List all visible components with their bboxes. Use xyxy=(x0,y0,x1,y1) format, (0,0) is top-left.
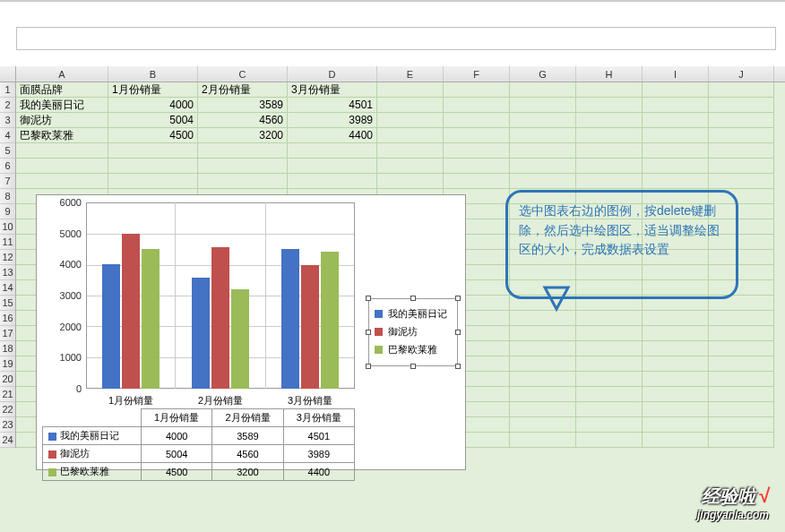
cell[interactable] xyxy=(16,143,108,159)
cell[interactable] xyxy=(198,143,288,159)
cell[interactable] xyxy=(444,159,510,174)
cell[interactable] xyxy=(709,433,774,448)
cell[interactable] xyxy=(510,387,576,402)
cell[interactable] xyxy=(576,159,643,174)
cell[interactable] xyxy=(709,82,774,98)
cell[interactable] xyxy=(377,174,444,189)
cell[interactable] xyxy=(377,82,444,98)
cell[interactable] xyxy=(377,159,444,174)
cell[interactable] xyxy=(709,387,774,402)
cell[interactable] xyxy=(108,174,198,189)
row-header[interactable]: 8 xyxy=(0,189,15,204)
cell[interactable] xyxy=(643,159,709,174)
cell[interactable] xyxy=(288,143,377,159)
cell[interactable] xyxy=(709,98,774,113)
selection-handle[interactable] xyxy=(366,364,371,369)
cell[interactable]: 御泥坊 xyxy=(16,113,108,128)
cell[interactable] xyxy=(576,372,643,387)
row-header[interactable]: 22 xyxy=(0,402,15,417)
cell[interactable] xyxy=(709,402,774,417)
bar[interactable] xyxy=(301,265,319,389)
row-header[interactable]: 24 xyxy=(0,433,15,448)
cell[interactable]: 3989 xyxy=(288,113,377,128)
row-header[interactable]: 2 xyxy=(0,98,15,113)
cell[interactable] xyxy=(643,372,709,387)
cell[interactable] xyxy=(510,417,576,433)
bar[interactable] xyxy=(231,289,249,389)
cell[interactable] xyxy=(576,402,643,417)
selection-handle[interactable] xyxy=(366,330,371,335)
row-header[interactable]: 15 xyxy=(0,296,15,311)
cell[interactable] xyxy=(510,433,576,448)
row-header[interactable]: 12 xyxy=(0,250,15,265)
select-all-corner[interactable] xyxy=(0,66,16,82)
cell[interactable] xyxy=(643,387,709,402)
cell[interactable]: 3月份销量 xyxy=(288,82,377,98)
cell[interactable] xyxy=(709,159,774,174)
cell[interactable] xyxy=(709,417,774,433)
callout-annotation[interactable]: 选中图表右边的图例，按delete键删除，然后选中绘图区，适当调整绘图区的大小，… xyxy=(505,190,749,347)
row-header[interactable]: 14 xyxy=(0,280,15,296)
cell[interactable] xyxy=(576,387,643,402)
cell[interactable] xyxy=(510,174,576,189)
bar[interactable] xyxy=(192,278,210,389)
cell[interactable] xyxy=(444,128,510,143)
col-header[interactable]: J xyxy=(709,66,774,82)
cell[interactable]: 4560 xyxy=(198,113,288,128)
legend-item[interactable]: 御泥坊 xyxy=(375,322,452,340)
cell[interactable] xyxy=(576,128,643,143)
cell[interactable]: 1月份销量 xyxy=(108,82,198,98)
cell[interactable] xyxy=(16,174,108,189)
cell[interactable] xyxy=(510,128,576,143)
row-header[interactable]: 20 xyxy=(0,372,15,387)
row-header[interactable]: 18 xyxy=(0,341,15,356)
cell[interactable] xyxy=(377,113,444,128)
col-header[interactable]: A xyxy=(16,66,108,82)
row-header[interactable]: 16 xyxy=(0,311,15,326)
row-header[interactable]: 9 xyxy=(0,204,15,219)
cell[interactable]: 巴黎欧莱雅 xyxy=(16,128,108,143)
cell[interactable] xyxy=(643,356,709,372)
col-header[interactable]: H xyxy=(576,66,643,82)
bar[interactable] xyxy=(211,247,229,389)
cell[interactable] xyxy=(377,143,444,159)
cell[interactable] xyxy=(108,143,198,159)
cell[interactable]: 2月份销量 xyxy=(198,82,288,98)
cell[interactable] xyxy=(709,143,774,159)
cell[interactable] xyxy=(377,98,444,113)
chart-data-table[interactable]: 1月份销量 2月份销量 3月份销量 我的美丽日记 4000 3589 4501 … xyxy=(42,408,355,481)
cell[interactable] xyxy=(576,417,643,433)
cell[interactable] xyxy=(444,82,510,98)
col-header[interactable]: G xyxy=(510,66,576,82)
cell[interactable] xyxy=(576,356,643,372)
col-header[interactable]: I xyxy=(643,66,709,82)
cell[interactable] xyxy=(709,372,774,387)
cell[interactable] xyxy=(444,98,510,113)
col-header[interactable]: F xyxy=(444,66,510,82)
col-header[interactable]: B xyxy=(108,66,198,82)
row-header[interactable]: 7 xyxy=(0,174,15,189)
cell[interactable]: 4500 xyxy=(108,128,198,143)
col-header[interactable]: D xyxy=(288,66,377,82)
cell[interactable] xyxy=(576,433,643,448)
row-header[interactable]: 10 xyxy=(0,219,15,235)
selection-handle[interactable] xyxy=(410,364,416,369)
plot-area[interactable] xyxy=(86,202,355,389)
cell[interactable] xyxy=(709,113,774,128)
cell[interactable] xyxy=(643,113,709,128)
cell[interactable] xyxy=(576,82,643,98)
cell[interactable] xyxy=(510,372,576,387)
cell[interactable]: 5004 xyxy=(108,113,198,128)
selection-handle[interactable] xyxy=(366,296,371,301)
cell[interactable]: 4000 xyxy=(108,98,198,113)
cell[interactable] xyxy=(643,402,709,417)
cell[interactable] xyxy=(576,174,643,189)
cell[interactable]: 我的美丽日记 xyxy=(16,98,108,113)
cell[interactable] xyxy=(510,82,576,98)
cell[interactable]: 4501 xyxy=(288,98,377,113)
row-header[interactable]: 17 xyxy=(0,326,15,341)
row-header[interactable]: 21 xyxy=(0,387,15,402)
selection-handle[interactable] xyxy=(455,296,461,301)
cell[interactable] xyxy=(444,113,510,128)
cell[interactable] xyxy=(288,159,377,174)
